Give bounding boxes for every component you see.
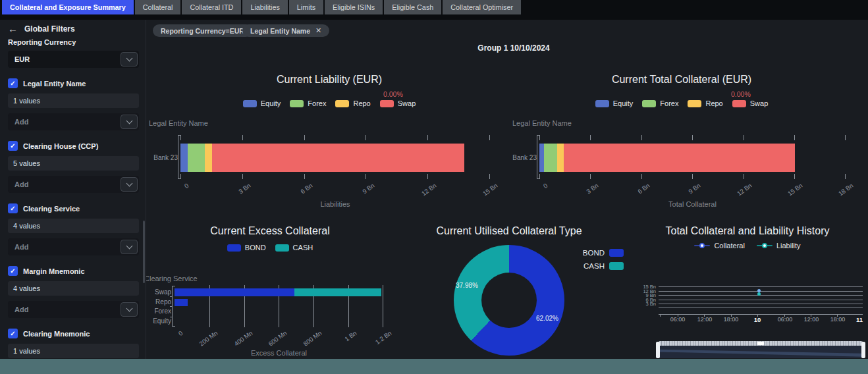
liability-plot-area	[180, 135, 490, 179]
tab-collateral-itd[interactable]: Collateral ITD	[182, 0, 241, 14]
legend-item-forex[interactable]: Forex	[642, 99, 678, 107]
tab-collateral-optimiser[interactable]: Collateral Optimiser	[443, 0, 521, 14]
x-tick: 06:00	[665, 316, 691, 323]
legend-item-forex[interactable]: Forex	[290, 99, 326, 107]
add-dropdown-button[interactable]	[121, 302, 138, 317]
filter-add-select[interactable]: Add	[8, 238, 139, 255]
filter-add-select[interactable]: Add	[8, 301, 139, 318]
datazoom-preview[interactable]	[659, 346, 863, 358]
legend-item-equity[interactable]: Equity	[243, 99, 281, 107]
tab-eligible-cash[interactable]: Eligible Cash	[384, 0, 441, 14]
bar-segment-bond[interactable]	[175, 299, 188, 306]
filter-add-select[interactable]: Add	[8, 113, 139, 130]
bar-segment-forex[interactable]	[544, 144, 557, 172]
history-plot-area: 15 Bn 12 Bn 9 Bn 6 Bn 3 Bn	[659, 286, 863, 319]
bar-segment-bond[interactable]	[175, 288, 294, 296]
y-tick: 3 Bn	[632, 302, 656, 306]
legend-current-liability: Equity Forex Repo Swap	[198, 99, 461, 107]
x-axis-name: Total Collateral	[539, 200, 846, 208]
category-label-equity: Equity	[146, 317, 171, 325]
repo-swatch	[335, 100, 349, 107]
filter-values-field[interactable]: 1 values	[8, 94, 139, 108]
datazoom-rail[interactable]	[659, 341, 863, 346]
checkbox-margin-mnemonic[interactable]: ✓	[8, 266, 18, 276]
legend-item-cash[interactable]: CASH	[275, 244, 313, 252]
repo-swatch	[688, 100, 701, 107]
filter-chip-reporting-currency[interactable]: Reporting Currency=EUR	[153, 24, 252, 37]
back-arrow-icon[interactable]: ←	[8, 24, 18, 34]
add-dropdown-button[interactable]	[121, 240, 138, 254]
category-label-bank23: Bank 23	[506, 154, 537, 161]
datazoom-right-handle[interactable]	[861, 342, 865, 358]
filter-values-field[interactable]: 1 values	[8, 344, 139, 358]
checkbox-clearing-mnemonic[interactable]: ✓	[8, 329, 18, 338]
legend-item-liability[interactable]: Liability	[757, 242, 801, 250]
x-tick: 12:00	[692, 316, 718, 323]
datazoom-grip-icon[interactable]	[757, 342, 764, 345]
reporting-currency-select[interactable]: EUR	[8, 51, 139, 68]
bar-segment-forex[interactable]	[188, 144, 205, 172]
bar-segment-equity[interactable]	[180, 144, 188, 172]
checkbox-clearing-service[interactable]: ✓	[8, 203, 18, 213]
tab-limits[interactable]: Limits	[289, 0, 323, 14]
category-axis-bracket	[172, 286, 173, 327]
filter-add-select[interactable]: Add	[8, 176, 139, 193]
filter-label: Clearing House (CCP)	[23, 142, 98, 150]
tab-bar: Collateral and Exposure Summary Collater…	[0, 0, 868, 20]
tab-collateral[interactable]: Collateral	[135, 0, 181, 14]
bar-segment-cash[interactable]	[294, 288, 381, 296]
legend-item-bond[interactable]: BOND	[227, 244, 266, 252]
axis-ticks	[180, 135, 490, 140]
filter-label: Clearing Mnemonic	[23, 330, 90, 338]
pie-legend-item-cash[interactable]: CASH	[535, 262, 624, 270]
tab-liabilities[interactable]: Liabilities	[242, 0, 287, 14]
slice-label-bond: 62.02%	[536, 315, 558, 322]
reporting-currency-dropdown-button[interactable]	[121, 52, 138, 67]
filter-values-field[interactable]: 4 values	[8, 219, 139, 233]
y-axis-name: Legal Entity Name	[512, 119, 572, 127]
checkbox-legal-entity-name[interactable]: ✓	[8, 78, 18, 88]
filter-group-clearing-mnemonic: ✓ Clearing Mnemonic 1 values Add	[8, 329, 139, 359]
bar-segment-equity[interactable]	[539, 144, 544, 172]
bar-segment-repo[interactable]	[205, 144, 212, 172]
checkbox-clearing-house-ccp[interactable]: ✓	[8, 141, 18, 151]
legend-item-swap[interactable]: Swap	[732, 99, 769, 107]
chart-title-current-liability: Current Liability (EUR)	[198, 74, 461, 86]
chevron-down-icon	[126, 243, 132, 250]
bar-segment-swap[interactable]	[564, 144, 795, 172]
filter-chip-legal-entity-name[interactable]: Legal Entity Name ✕	[242, 24, 329, 37]
tab-collateral-and-exposure-summary[interactable]: Collateral and Exposure Summary	[2, 0, 134, 14]
cash-swatch	[275, 244, 289, 252]
global-filters-header: ← Global Filters	[8, 24, 139, 34]
bar-segment-swap[interactable]	[212, 144, 465, 172]
filter-values-field[interactable]: 5 values	[8, 156, 139, 171]
category-label-repo: Repo	[146, 298, 171, 306]
stacked-bar-bank23	[539, 144, 846, 172]
change-percent-label: 0.00%	[383, 90, 403, 98]
category-label-bank23: Bank 23	[148, 154, 178, 161]
datazoom-slider[interactable]	[657, 341, 864, 358]
legend-item-collateral[interactable]: Collateral	[694, 242, 744, 250]
add-dropdown-button[interactable]	[121, 177, 138, 192]
gridlines	[659, 286, 863, 311]
liability-line-icon	[757, 245, 773, 246]
filter-group-legal-entity-name: ✓ Legal Entity Name 1 values Add	[8, 78, 139, 130]
liability-data-point[interactable]	[757, 292, 761, 296]
datazoom-left-handle[interactable]	[656, 342, 660, 358]
category-axis-bracket	[178, 135, 178, 179]
pie-legend-item-bond[interactable]: BOND	[535, 249, 624, 257]
sidebar-scrollbar[interactable]	[143, 221, 145, 283]
legend-item-repo[interactable]: Repo	[335, 99, 370, 107]
filter-values-field[interactable]: 4 values	[8, 281, 139, 296]
legend-item-swap[interactable]: Swap	[380, 99, 416, 107]
legend-item-repo[interactable]: Repo	[688, 99, 722, 107]
add-dropdown-button[interactable]	[121, 115, 138, 129]
x-axis-name: Excess Collateral	[175, 349, 383, 357]
legend-item-equity[interactable]: Equity	[595, 99, 634, 107]
chart-title-utilised-collateral-type: Current Utilised Collateral Type	[423, 225, 595, 237]
bar-segment-repo[interactable]	[557, 144, 564, 172]
close-icon[interactable]: ✕	[315, 26, 321, 35]
swap-swatch	[732, 100, 746, 107]
filter-label: Legal Entity Name	[23, 80, 86, 88]
tab-eligible-isins[interactable]: Eligible ISINs	[325, 0, 383, 14]
